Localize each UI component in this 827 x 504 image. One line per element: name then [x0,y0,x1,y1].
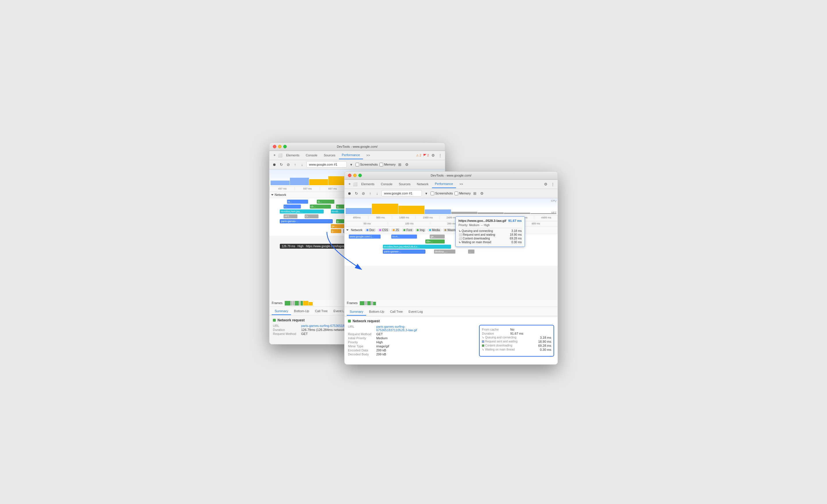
tab-console-fg[interactable]: Console [378,180,395,188]
net-bar-fg-ellipsis[interactable]: ... [468,249,475,254]
sub-ruler-2: 189 ms [388,222,430,225]
detail-url-value-fg[interactable]: paris-games-surfing-6753651837110528.3-l… [376,325,417,332]
tab-network-fg[interactable]: Network [414,180,431,188]
url-chevron-bg[interactable]: ▾ [348,162,354,167]
btab-summary-bg[interactable]: Summary [272,307,291,315]
ruler-fg: 489ms 989 ms 1489 ms 1989 ms 2489 ms 298… [344,216,557,221]
tooltip-value-4: 0.30 ms [512,241,522,244]
net-bar-cr[interactable]: Cr... [305,214,319,218]
more-icon-bg[interactable]: ⋮ [437,153,443,158]
net-bar-fg-rs[interactable]: rs=A... [391,234,417,238]
net-bar-r[interactable]: r... [284,205,301,209]
sub-ruler-fg: 89 ms 189 ms 289 ms 389 ms 489 ms [344,221,557,226]
btab-bottomup-fg[interactable]: Bottom-Up [366,308,387,316]
tooltip-label-4: ↳ Waiting on main thread [458,241,491,244]
net-bar-fg-desktop[interactable]: desktop_... [434,249,455,254]
tab-more-fg[interactable]: >> [456,180,466,188]
net-bar-fg-cb[interactable]: cb=... [425,239,444,243]
chip-css[interactable]: CSS [377,228,390,232]
close-button-fg[interactable] [348,174,351,177]
chip-media[interactable]: Media [427,228,441,232]
settings-icon-bg[interactable]: ⚙ [431,153,436,158]
chip-wasm[interactable]: Wasm [443,228,457,232]
tab-more-bg[interactable]: >> [363,151,373,159]
screenshots-check-fg[interactable]: Screenshots [431,191,453,195]
reload-btn-fg[interactable]: ↻ [354,191,359,196]
detail-decoded-label-fg: Decoded Body [348,352,374,356]
reload-btn-bg[interactable]: ↻ [279,162,284,167]
net-bar-fg-paris[interactable]: paris-games-... [383,249,426,254]
traffic-lights-fg [348,174,362,177]
maximize-button-fg[interactable] [358,174,362,177]
record-btn-bg[interactable]: ⏺ [272,162,277,167]
ruler-fg-3: 1489 ms [392,216,416,219]
annotation-request-value: 18.90 ms [538,340,551,343]
settings2-icon-bg[interactable]: ⚙ [404,162,409,167]
annotation-duration-value: 91.67 ms [510,332,523,335]
device-icon-bg[interactable]: ⬜ [278,153,283,158]
net-bar-fg-ge[interactable]: ge... [430,234,445,238]
url-input-bg[interactable] [306,161,347,168]
net-bar-paris-highlighted[interactable]: paris-games-... [280,219,332,223]
record-btn-fg[interactable]: ⏺ [347,191,352,196]
memory-check-fg[interactable]: Memory [454,191,471,195]
tab-sources-bg[interactable]: Sources [321,151,338,159]
btab-summary-fg[interactable]: Summary [347,308,366,316]
net-bar-mcdos[interactable]: m=cdos,hsm,jsa,... [280,210,324,214]
network-triangle-fg [346,229,348,231]
btab-calltree-bg[interactable]: Call Tree [312,307,331,315]
annotation-detail-box: From cache No Duration 91.67 ms ↳ Queuin… [479,325,554,356]
cursor-icon-bg[interactable]: ⌖ [272,153,277,158]
clear-btn-fg[interactable]: ⊘ [361,191,366,196]
settings-icon-fg[interactable]: ⚙ [543,181,548,187]
net-bar-fg-mcdos[interactable]: m=cdos,hsm,jsa,mb4ZUb,d,c... [383,245,451,249]
net-bar-ge[interactable]: ge... [331,224,345,228]
bottom-tabs-fg: Summary Bottom-Up Call Tree Event Log [344,308,557,316]
network-throttle-fg[interactable]: ⊞ [473,191,478,196]
tab-performance-fg[interactable]: Performance [432,180,456,188]
net-bar-af2[interactable]: AF2... [284,214,298,218]
memory-check-bg[interactable]: Memory [379,163,396,166]
minimize-button-bg[interactable] [278,145,282,148]
more-icon-fg[interactable]: ⋮ [550,181,555,187]
tab-elements-bg[interactable]: Elements [283,151,302,159]
network-tooltip-fg: https://www.goo...0528.3-law.gif 91.67 m… [455,216,525,247]
upload-btn-fg[interactable]: ↑ [368,191,373,196]
ruler-fg-1: 489ms [344,216,368,219]
btab-bottomup-bg[interactable]: Bottom-Up [291,307,312,315]
screenshots-check-bg[interactable]: Screenshots [355,163,378,166]
tooltip-label-2: ⬜ Request sent and waiting [458,233,495,236]
chip-font[interactable]: Font [402,228,414,232]
device-icon-fg[interactable]: ⬜ [352,181,358,187]
chip-js[interactable]: JS [391,228,401,232]
cursor-icon-fg[interactable]: ⌖ [347,181,352,187]
tab-console-bg[interactable]: Console [303,151,320,159]
annotation-request-label: Request sent and waiting [482,340,518,343]
download-btn-bg[interactable]: ↓ [299,162,305,167]
net-bar-fg-www[interactable]: www.google.com/ (... [349,234,381,238]
clear-btn-bg[interactable]: ⊘ [286,162,291,167]
net-bar-g1[interactable]: G... [317,200,334,204]
chip-img[interactable]: Img [415,228,426,232]
net-bar-rs[interactable]: rs... [287,200,308,204]
tab-elements-fg[interactable]: Elements [358,180,377,188]
url-chevron-fg[interactable]: ▾ [424,191,429,196]
close-button-bg[interactable] [273,145,276,148]
annotation-cache-value: No [510,328,514,331]
maximize-button-bg[interactable] [283,145,287,148]
url-bar-bg: ⏺ ↻ ⊘ ↑ ↓ ▾ Screenshots Memory ⊞ ⚙ [270,160,445,169]
download-btn-fg[interactable]: ↓ [375,191,380,196]
url-input-fg[interactable] [382,190,422,197]
network-throttle-bg[interactable]: ⊞ [397,162,402,167]
upload-btn-bg[interactable]: ↑ [293,162,298,167]
tab-sources-fg[interactable]: Sources [396,180,413,188]
settings2-icon-fg[interactable]: ⚙ [479,191,485,196]
minimize-button-fg[interactable] [353,174,357,177]
annotation-queuing-row: ↳ Queuing and connecting 3.18 ms [482,336,551,339]
net-bar-cb[interactable]: cb... [310,205,331,209]
chip-doc[interactable]: Doc [365,228,376,232]
net-bar-g4[interactable]: g... [331,229,341,233]
tab-performance-bg[interactable]: Performance [339,151,363,159]
btab-eventlog-fg[interactable]: Event Log [406,308,426,316]
btab-calltree-fg[interactable]: Call Tree [387,308,406,316]
